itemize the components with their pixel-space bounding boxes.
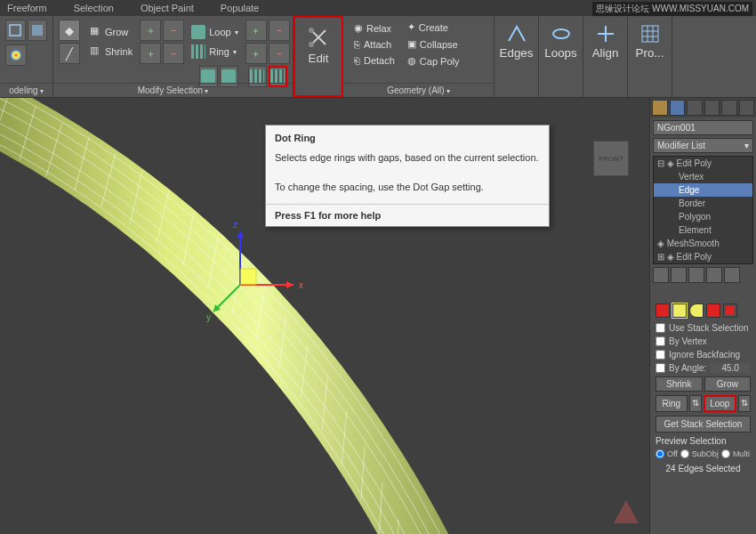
cmd-tabs	[650, 98, 756, 117]
angle-spinner[interactable]: 45.0	[710, 363, 751, 373]
grow-icon: ▦	[87, 25, 101, 39]
modifier-list-dropdown[interactable]: Modifier List▾	[653, 138, 753, 153]
use-stack-selection-check[interactable]: Use Stack Selection	[650, 321, 756, 335]
svg-text:x: x	[299, 280, 303, 290]
poly-mode-icon[interactable]	[5, 20, 26, 41]
object-name-field[interactable]: NGon001	[653, 120, 753, 135]
ring-sel-button[interactable]: Ring	[655, 395, 688, 412]
loops-icon	[551, 23, 572, 44]
sub-border-icon[interactable]	[689, 303, 704, 318]
grow-button[interactable]: ▦Grow	[82, 23, 138, 41]
loop-dropdown[interactable]: Loop	[186, 23, 243, 41]
tab-freeform[interactable]: Freeform	[7, 3, 47, 13]
modify-selection-label[interactable]: Modify Selection	[53, 83, 293, 97]
relax-icon: ◉	[354, 22, 363, 34]
cmd-tab-create-icon[interactable]	[652, 100, 668, 116]
detach-button[interactable]: ⎗Detach	[349, 53, 400, 68]
loop-rem-icon[interactable]: −	[163, 20, 184, 41]
softsel-icon[interactable]	[5, 44, 27, 66]
ring-b1-icon[interactable]: ＋	[245, 43, 267, 64]
svg-point-4	[309, 42, 314, 47]
collapse-button[interactable]: ▣Collapse	[402, 36, 465, 52]
sub-polygon-icon[interactable]	[706, 303, 720, 318]
ring-icon	[191, 44, 205, 59]
show-end-icon[interactable]	[671, 267, 687, 283]
by-angle-check[interactable]	[655, 363, 665, 373]
ribbon: odeling ◆ ╱ ▦Grow ▥Shrink ＋− ＋− Loop Rin…	[0, 16, 756, 98]
tooltip-line1: Selects edge rings with gaps, based on t…	[275, 150, 540, 166]
create-button[interactable]: ✦Create	[402, 20, 465, 35]
preview-subobj-radio[interactable]	[680, 449, 689, 458]
cmd-tab-display-icon[interactable]	[721, 100, 737, 116]
preview-off-radio[interactable]	[655, 449, 664, 458]
stack-meshsmooth[interactable]: ◈ MeshSmooth	[654, 237, 752, 250]
stack-element[interactable]: Element	[654, 223, 752, 237]
stack-editpoly[interactable]: ⊟ ◈ Edit Poly	[654, 157, 752, 170]
align-button[interactable]: Align	[589, 20, 622, 63]
loops-button[interactable]: Loops	[544, 20, 577, 63]
loop-spinner[interactable]: ⇅	[738, 395, 751, 412]
sub-vertex-icon[interactable]	[655, 303, 670, 318]
grow-sel-button[interactable]: Grow	[704, 376, 752, 392]
ring-spinner[interactable]: ⇅	[689, 395, 702, 412]
stack-vertex[interactable]: Vertex	[654, 170, 752, 183]
ignore-backfacing-check[interactable]: Ignore Backfacing	[650, 348, 756, 361]
cmd-tab-modify-icon[interactable]	[670, 100, 686, 116]
tab-selection[interactable]: Selection	[74, 3, 114, 13]
cmd-tab-hierarchy-icon[interactable]	[687, 100, 703, 116]
stack-polygon[interactable]: Polygon	[654, 210, 752, 223]
poly-mode2-icon[interactable]	[28, 20, 48, 41]
sub-edge-icon[interactable]	[672, 303, 687, 318]
tooltip: Dot Ring Selects edge rings with gaps, b…	[265, 125, 550, 227]
tab-objectpaint[interactable]: Object Paint	[141, 3, 194, 13]
geometry-label[interactable]: Geometry (All)	[343, 83, 494, 97]
stack-edge[interactable]: Edge	[654, 183, 752, 197]
svg-rect-1	[32, 25, 43, 36]
edit-button[interactable]: Edit	[301, 21, 336, 69]
viewcube-front[interactable]: FRONT	[593, 141, 629, 176]
cmd-tab-motion-icon[interactable]	[704, 100, 720, 116]
pin-stack-icon[interactable]	[653, 267, 669, 283]
tooltip-line2: To change the spacing, use the Dot Gap s…	[275, 180, 540, 195]
cmd-tab-utilities-icon[interactable]	[739, 100, 755, 116]
by-angle-row: By Angle: 45.0	[650, 361, 756, 375]
tab-populate[interactable]: Populate	[221, 3, 259, 13]
grid-icon	[639, 23, 661, 44]
ring-a2-icon[interactable]: −	[269, 20, 290, 41]
loop-sel-button[interactable]: Loop	[704, 395, 737, 412]
stack-border[interactable]: Border	[654, 197, 752, 210]
get-stack-selection-button[interactable]: Get Stack Selection	[655, 416, 751, 433]
attach-button[interactable]: ⎘Attach	[349, 37, 400, 52]
selection-status: 24 Edges Selected	[650, 460, 756, 477]
stack-editpoly2[interactable]: ⊞ ◈ Edit Poly	[654, 250, 752, 263]
sel-edge-icon[interactable]: ╱	[59, 43, 80, 64]
ring-dropdown[interactable]: Ring	[186, 43, 243, 61]
shrink-sel-button[interactable]: Shrink	[655, 376, 703, 392]
unique-icon[interactable]	[688, 267, 704, 283]
loop-add-icon[interactable]: ＋	[140, 20, 161, 41]
edges-button[interactable]: Edges	[500, 20, 533, 63]
remove-mod-icon[interactable]	[706, 267, 722, 283]
edges-icon	[506, 23, 527, 44]
loop-add2-icon[interactable]: ＋	[140, 43, 161, 64]
by-vertex-check[interactable]: By Vertex	[650, 335, 756, 348]
viewcube[interactable]: FRONT	[586, 134, 636, 183]
logo-watermark-icon	[610, 495, 642, 527]
loop-rem2-icon[interactable]: −	[163, 43, 184, 64]
ring-a1-icon[interactable]: ＋	[245, 20, 267, 41]
svg-marker-28	[237, 231, 244, 239]
watermark: 思缘设计论坛 WWW.MISSYUAN.COM	[592, 2, 752, 16]
loop-icon	[191, 25, 205, 39]
sub-element-icon[interactable]	[723, 303, 737, 318]
shrink-button[interactable]: ▥Shrink	[82, 43, 138, 61]
modifier-stack[interactable]: ⊟ ◈ Edit Poly Vertex Edge Border Polygon…	[653, 156, 753, 264]
relax-button[interactable]: ◉Relax	[349, 20, 400, 36]
properties-button[interactable]: Pro...	[633, 20, 666, 63]
sel-vertex-icon[interactable]: ◆	[59, 20, 80, 41]
modeling-label[interactable]: odeling	[0, 83, 52, 97]
cappoly-button[interactable]: ◍Cap Poly	[402, 53, 465, 69]
preview-multi-radio[interactable]	[721, 449, 730, 458]
configure-icon[interactable]	[724, 267, 740, 283]
svg-rect-31	[240, 269, 256, 285]
ring-b2-icon[interactable]: −	[269, 43, 290, 64]
